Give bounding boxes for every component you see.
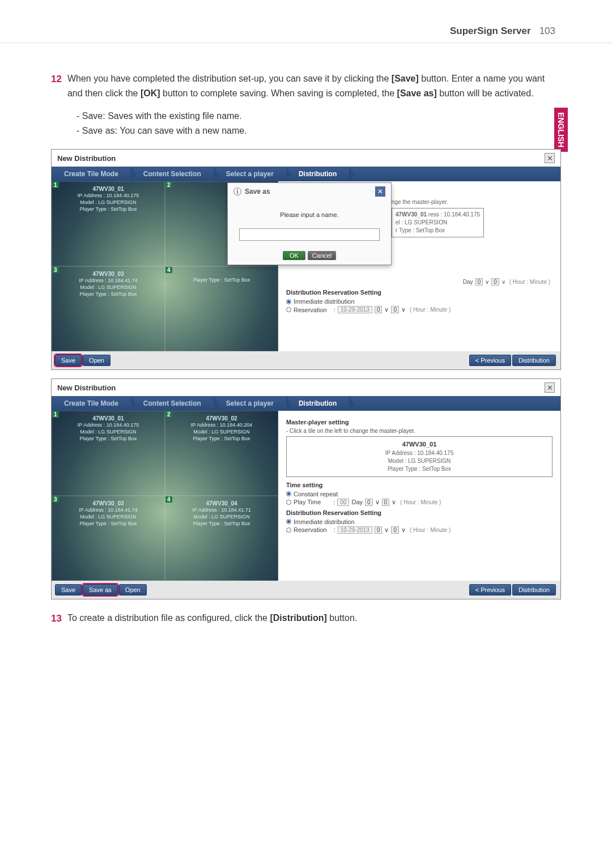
settings-panel-2: Master-player setting - Click a tile on … [278,411,560,581]
reservation-label-2: Reservation [294,526,327,533]
page-header: SuperSign Server 103 [0,0,612,43]
window-title: New Distribution [57,154,116,163]
tile2-1[interactable]: 1 47WV30_01IP Address : 10.184.40.175Mod… [52,411,165,496]
time-setting-head: Time setting [286,482,552,488]
dialog-message: Please input a name. [239,211,380,218]
bullet-save: Save: Saves with the existing file name. [76,109,561,124]
close-icon[interactable]: ✕ [545,153,555,163]
saveas-button[interactable]: Save as [83,584,118,595]
wizard-steps: Create Tile Mode Content Selection Selec… [52,167,560,181]
wizard-distribution[interactable]: Distribution [286,167,349,181]
window-footer-2: Save Save as Open < Previous Distributio… [52,581,560,599]
tile-grid-2: 1 47WV30_01IP Address : 10.184.40.175Mod… [52,411,278,581]
day-label-2: Day [351,499,363,505]
immediate-radio[interactable] [286,299,291,304]
wizard-tile-mode[interactable]: Create Tile Mode [52,167,131,181]
immediate-label-2: Immediate distribution [294,518,355,525]
playtime-label: Play Time [294,499,321,505]
step-bullets: Save: Saves with the existing file name.… [76,109,561,138]
reservation-label: Reservation [294,307,327,313]
master-name: 47WV30_01 [396,211,427,218]
step-text-13: To create a distribution file as configu… [67,611,561,626]
dialog-cancel-button[interactable]: Cancel [308,251,336,260]
wizard-steps-2: Create Tile Mode Content Selection Selec… [52,396,560,411]
master-ptype-fragment: r Type : SetTop Box [396,227,445,233]
open-button-2[interactable]: Open [119,584,147,595]
reservation-radio-2[interactable] [286,527,291,533]
hour-select[interactable]: 0 [475,278,483,286]
dist-reservation-head-2: Distribution Reservation Setting [286,509,552,516]
dialog-title: iSave as [233,188,270,195]
distribution-button[interactable]: Distribution [512,355,556,366]
hour-minute-note: ( Hour : Minute ) [509,279,550,285]
constant-repeat-label: Constant repeat [294,491,338,497]
page-number: 103 [539,25,555,37]
open-button[interactable]: Open [83,355,110,366]
previous-button-2[interactable]: < Previous [469,584,511,595]
step-12: 12 When you have completed the distribut… [51,71,561,100]
app-window-saveas: New Distribution ✕ Create Tile Mode Cont… [51,149,561,370]
distribution-button-2[interactable]: Distribution [512,584,556,595]
step-number-13: 13 [51,611,62,626]
res-minute-select[interactable]: 0 [391,306,399,313]
minute-select[interactable]: 0 [491,278,499,286]
bullet-saveas: Save as: You can save with a new name. [76,124,561,138]
tile-3[interactable]: 3 47WV30_03IP Address : 10.184.41.74Mode… [52,266,165,351]
wizard-select-player-2[interactable]: Select a player [214,396,286,411]
res2-hour-select[interactable]: 0 [375,526,382,534]
window-title-2: New Distribution [57,384,116,392]
res-hour-select[interactable]: 0 [375,306,382,313]
save-button-2[interactable]: Save [55,584,82,595]
master-hint-fragment: nge the master-player. [392,198,484,206]
day-label: Day [463,279,473,285]
header-title: SuperSign Server [450,25,531,37]
saveas-dialog: iSave as ✕ Please input a name. OK Cance… [227,182,392,265]
app-window-full: New Distribution ✕ Create Tile Mode Cont… [51,378,561,599]
master-hint: - Click a tile on the left to change the… [286,428,552,434]
info-icon: i [233,188,241,195]
wizard-distribution-2[interactable]: Distribution [286,396,349,411]
wizard-content-selection[interactable]: Content Selection [131,167,214,181]
step-number: 12 [51,71,62,100]
master-player-box: 47WV30_01 IP Address : 10.184.40.175 Mod… [286,436,552,476]
reservation-date[interactable]: 10-29-2013 [338,306,372,313]
dist-reservation-head: Distribution Reservation Setting [286,289,552,296]
settings-panel: nge the master-player. 47WV30_01 ress : … [278,181,560,351]
previous-button[interactable]: < Previous [469,355,511,366]
saveas-name-input[interactable] [239,228,380,241]
res2-minute-select[interactable]: 0 [391,526,399,534]
pt-minute-select[interactable]: 0 [382,499,390,506]
tile-4[interactable]: 4 Player Type : SetTop Box [165,266,278,351]
step-13: 13 To create a distribution file as conf… [51,611,561,626]
master-model-fragment: el : LG SUPERSION [396,219,447,225]
tile2-3[interactable]: 3 47WV30_03IP Address : 10.184.41.74Mode… [52,496,165,581]
playtime-radio[interactable] [286,500,291,505]
playtime-value[interactable]: 00 [337,499,349,506]
step-text: When you have completed the distribution… [67,71,561,100]
language-tab: ENGLISH [554,108,568,152]
master-setting-head: Master-player setting [286,419,552,426]
wizard-select-player[interactable]: Select a player [214,167,286,181]
reservation-date-2[interactable]: 10-29-2013 [338,526,372,534]
tile-1[interactable]: 1 47WV30_01IP Address : 10.184.40.175Mod… [52,181,165,266]
window-footer: Save Open < Previous Distribution [52,351,560,369]
reservation-radio[interactable] [286,307,291,312]
pt-hour-select[interactable]: 0 [365,499,373,506]
immediate-label: Immediate distribution [294,298,355,305]
save-button[interactable]: Save [55,355,82,366]
constant-repeat-radio[interactable] [286,491,291,496]
dialog-close-icon[interactable]: ✕ [375,186,385,197]
tile2-2[interactable]: 2 47WV30_02IP Address : 10.184.40.204Mod… [165,411,278,496]
master-ip-fragment: ress : 10.184.40.175 [428,211,480,218]
wizard-content-selection-2[interactable]: Content Selection [131,396,214,411]
wizard-tile-mode-2[interactable]: Create Tile Mode [52,396,131,411]
immediate-radio-2[interactable] [286,519,291,524]
dialog-ok-button[interactable]: OK [283,251,305,260]
close-icon-2[interactable]: ✕ [545,382,555,393]
tile2-4[interactable]: 4 47WV30_04IP Address : 10.184.41.71Mode… [165,496,278,581]
